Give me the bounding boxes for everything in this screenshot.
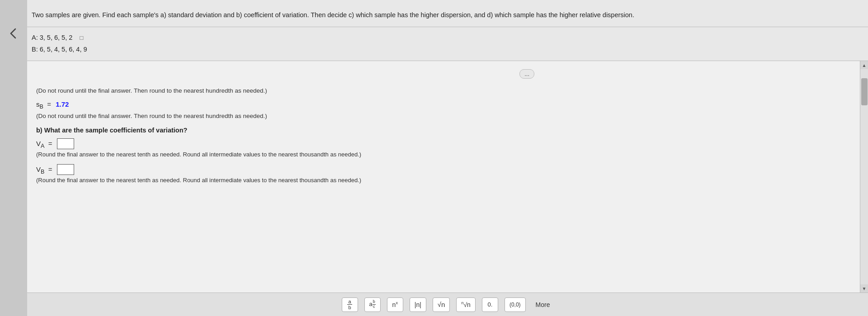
va-equals: = <box>48 140 52 147</box>
vb-equation: VB = <box>36 164 842 175</box>
scroll-track[interactable] <box>860 69 868 292</box>
scrollbar[interactable]: ▲ ▼ <box>860 61 868 292</box>
back-navigation[interactable] <box>0 0 27 316</box>
sample-b-text: B: 6, 5, 4, 5, 6, 4, 9 <box>32 43 854 55</box>
sample-b-value: B: 6, 5, 4, 5, 6, 4, 9 <box>32 46 87 53</box>
instruction-2: (Do not round until the final answer. Th… <box>36 113 842 119</box>
copy-icon[interactable]: □ <box>80 34 83 41</box>
vb-label: VB = <box>36 165 54 175</box>
scroll-knob[interactable] <box>861 78 868 105</box>
va-subscript: A <box>41 143 44 149</box>
mixed-number-button[interactable]: abc <box>364 297 381 312</box>
sample-a-text: A: 3, 5, 6, 5, 2 □ <box>32 32 854 43</box>
sqrt-button[interactable]: √n <box>433 297 450 312</box>
more-button[interactable]: More <box>532 299 554 310</box>
va-label: VA = <box>36 140 54 149</box>
section-b-heading: b) What are the sample coefficients of v… <box>36 127 842 134</box>
scroll-up-button[interactable]: ▲ <box>860 61 868 69</box>
va-equation: VA = <box>36 138 842 149</box>
sb-value: 1.72 <box>56 100 69 108</box>
ellipsis-button[interactable]: ... <box>519 69 534 79</box>
decimal-button[interactable]: 0. <box>482 297 498 312</box>
question-text: Two samples are given. Find each sample'… <box>27 0 868 27</box>
sb-subscript: B <box>40 104 43 110</box>
instruction-3: (Round the final answer to the nearest t… <box>36 151 842 158</box>
instruction-1: (Do not round until the final answer. Th… <box>36 87 842 94</box>
samples-area: A: 3, 5, 6, 5, 2 □ B: 6, 5, 4, 5, 6, 4, … <box>27 27 868 57</box>
vb-equals: = <box>48 165 52 173</box>
sb-equation: sB = 1.72 <box>36 100 842 110</box>
page-wrapper: ... (Do not round until the final answer… <box>27 61 868 292</box>
parentheses-button[interactable]: (0,0) <box>505 297 526 312</box>
sb-label: sB = <box>36 100 53 110</box>
scroll-area: ... (Do not round until the final answer… <box>27 61 860 292</box>
scroll-down-button[interactable]: ▼ <box>860 284 868 292</box>
sb-equals: = <box>47 100 51 108</box>
va-input[interactable] <box>57 138 74 149</box>
main-content: Two samples are given. Find each sample'… <box>27 0 868 316</box>
sample-a-value: A: 3, 5, 6, 5, 2 <box>32 34 72 41</box>
math-toolbar: a b abc nx |n| √n n√n 0. (0,0) More <box>27 292 868 316</box>
nth-root-button[interactable]: n√n <box>456 297 476 312</box>
instruction-4: (Round the final answer to the nearest t… <box>36 177 842 184</box>
superscript-button[interactable]: nx <box>387 297 403 312</box>
vb-input[interactable] <box>57 164 74 175</box>
fraction-button[interactable]: a b <box>342 297 358 312</box>
absolute-value-button[interactable]: |n| <box>410 297 426 312</box>
vb-subscript: B <box>41 169 44 175</box>
question-body: Two samples are given. Find each sample'… <box>32 11 634 19</box>
